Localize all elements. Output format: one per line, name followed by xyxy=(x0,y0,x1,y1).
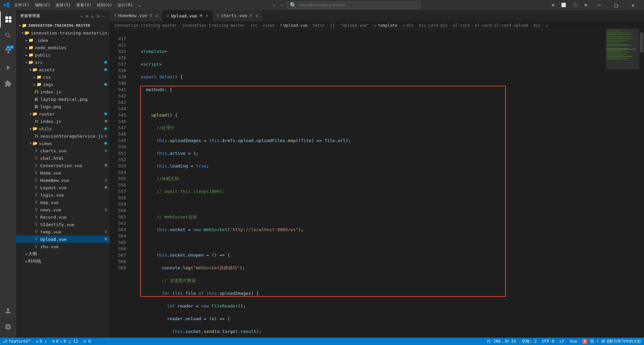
activity-search[interactable] xyxy=(0,27,16,44)
activity-source-control[interactable]: ⊙ 0 xyxy=(0,44,16,60)
bc-braces[interactable]: {} xyxy=(330,23,335,28)
bc-upload-name[interactable]: "Upload.vue" xyxy=(340,23,369,28)
status-sync[interactable]: ↺ 0 ↓ xyxy=(33,338,50,345)
menu-view[interactable]: 查看(V) xyxy=(74,2,94,9)
tree-item-conversation-vue[interactable]: V Conversation.vue M xyxy=(16,162,110,169)
menu-edit[interactable]: 编辑(E) xyxy=(33,2,52,9)
maximize-button[interactable]: □ xyxy=(608,0,624,10)
activity-explorer[interactable] xyxy=(0,11,16,27)
status-spaces[interactable]: 空格: 2 xyxy=(519,338,540,345)
bc-diamond1[interactable]: ◇ xyxy=(374,23,377,28)
tree-item-public[interactable]: ▶ 📁 public xyxy=(16,51,110,59)
activity-run[interactable] xyxy=(0,60,16,76)
tree-item-login-vue[interactable]: V login.vue xyxy=(16,191,110,199)
tree-item-node-modules[interactable]: ▶ 📁 node_modules xyxy=(16,44,110,51)
activity-settings[interactable] xyxy=(0,319,16,335)
tree-item-router-indexjs[interactable]: JS index.js M xyxy=(16,118,110,125)
collapse-icon[interactable]: ⊟ xyxy=(96,13,100,19)
split-icon[interactable]: ⬛ xyxy=(571,2,580,8)
tree-item-home-vue[interactable]: V Home.vue xyxy=(16,169,110,177)
tree-item-timeline[interactable]: ▶ 时间线 xyxy=(16,258,110,265)
menu-run[interactable]: 运行(R) xyxy=(115,2,135,9)
tree-item-record-vue[interactable]: V Record.vue xyxy=(16,213,110,221)
nav-back[interactable]: ← xyxy=(272,2,277,8)
bc-el-card-upload[interactable]: el-card.el-card-upload xyxy=(475,23,528,28)
menu-file[interactable]: 文件(F) xyxy=(12,2,32,9)
bc-root1[interactable]: innovation-training-master xyxy=(114,23,177,28)
minimize-button[interactable]: ─ xyxy=(592,0,607,10)
tree-item-src[interactable]: ▼ 📂 src xyxy=(16,59,110,66)
bc-template[interactable]: template xyxy=(378,23,397,28)
activity-extensions[interactable] xyxy=(0,76,16,92)
search-input[interactable] xyxy=(299,3,418,7)
tree-item-charts-vue[interactable]: V charts.vue U xyxy=(16,147,110,154)
tree-item-news-vue[interactable]: V news.vue U xyxy=(16,206,110,213)
tab-upload[interactable]: V Upload.vue M × xyxy=(163,10,213,21)
tab-close-homenew[interactable]: × xyxy=(155,13,158,18)
tab-close-upload[interactable]: × xyxy=(205,13,208,18)
tree-item-idea[interactable]: ▶ 📁 .idea xyxy=(16,37,110,44)
refresh-icon[interactable]: ↻ xyxy=(91,13,95,19)
tree-item-css[interactable]: ▶ 📁 css xyxy=(16,73,110,81)
tree-item-session-service[interactable]: JS sessionStorageService.js U xyxy=(16,132,110,140)
tree-item-imgs[interactable]: ▶ 📁 imgs xyxy=(16,81,110,88)
menu-select[interactable]: 选择(S) xyxy=(53,2,73,9)
bc-el-card[interactable]: el-card xyxy=(453,23,470,28)
tree-item-zhu-vue[interactable]: V zhu.vue xyxy=(16,243,110,250)
tree-item-layout-vue[interactable]: V Layout.vue M xyxy=(16,184,110,191)
tree-item-chat-html[interactable]: H chat.html xyxy=(16,154,110,162)
tree-item-outline[interactable]: ▶ 大纲 xyxy=(16,250,110,258)
menu-more[interactable]: … xyxy=(136,2,143,8)
tree-item-temp-vue[interactable]: V temp.vue U xyxy=(16,228,110,235)
code-area[interactable]: <template> <script> export default { met… xyxy=(130,29,606,338)
tree-item-map-vue[interactable]: V map.vue xyxy=(16,199,110,206)
tree-item-assets[interactable]: ▼ 📂 assets xyxy=(16,66,110,73)
new-folder-icon[interactable]: ⊕ xyxy=(85,13,89,19)
more-actions-icon[interactable]: ⋯ xyxy=(102,13,106,19)
tree-item-router[interactable]: ▼ 📂 router xyxy=(16,110,110,118)
right-scrollbar[interactable] xyxy=(639,29,644,338)
status-branch[interactable]: ⎇ feature2* xyxy=(0,338,33,345)
bc-vetur[interactable]: Vetur xyxy=(313,23,325,28)
grid-icon[interactable]: ⊞ xyxy=(583,2,589,8)
status-position[interactable]: 行 286，列 25 xyxy=(484,338,519,345)
tree-item-sidentify-vue[interactable]: V SIdentify.vue xyxy=(16,221,110,228)
tree-item-laptop-png[interactable]: 🖼 laptop-medical.png xyxy=(16,95,110,103)
tab-close-charts[interactable]: × xyxy=(255,13,258,18)
tree-item-upload-vue[interactable]: V Upload.vue M xyxy=(16,235,110,243)
tree-item-utils[interactable]: ▼ 📂 utils xyxy=(16,125,110,132)
status-line-ending[interactable]: LF xyxy=(557,338,567,345)
layout-icon[interactable]: ⬜ xyxy=(559,2,568,8)
close-button[interactable]: ✕ xyxy=(625,0,641,10)
bc-div-card[interactable]: div.card-div xyxy=(419,23,448,28)
bc-root2[interactable]: innovation-training-master xyxy=(182,23,245,28)
status-info-count[interactable]: ⊙ 0 xyxy=(81,338,94,345)
tab-homenew[interactable]: V HomeNew.vue U × xyxy=(110,10,163,21)
status-language[interactable]: Vue xyxy=(567,338,580,345)
scrollbar-thumb[interactable] xyxy=(640,32,643,53)
tree-item-homenew-vue[interactable]: V HomeNew.vue U xyxy=(16,177,110,184)
search-bar[interactable]: 🔍 xyxy=(287,1,421,9)
tree-project-root[interactable]: ▼ 📁 INNOVATION-TRAINING-MASTER xyxy=(16,22,110,29)
minimap[interactable] xyxy=(606,29,639,338)
tree-item-root-folder[interactable]: ▼ 📂 innovation-training-master\in... xyxy=(16,29,110,37)
tree-item-logo-png[interactable]: 🖼 logo.png xyxy=(16,103,110,110)
bc-div2[interactable]: div xyxy=(533,23,541,28)
tree-item-assets-indexjs[interactable]: JS index.js xyxy=(16,88,110,95)
status-errors[interactable]: ⊗ 0 ⚠ 0 △ 11 xyxy=(50,338,81,345)
menu-goto[interactable]: 转到(G) xyxy=(95,2,114,9)
remote-icon[interactable]: ⊞ xyxy=(550,2,556,8)
new-file-icon[interactable]: + xyxy=(79,13,84,19)
bc-diamond2[interactable]: ◇ xyxy=(402,23,405,28)
bc-diamond3[interactable]: ◇ xyxy=(546,23,548,28)
tab-charts[interactable]: V charts.vue U × xyxy=(213,10,263,21)
activity-account[interactable] xyxy=(0,303,16,319)
bc-src[interactable]: src xyxy=(250,23,258,28)
bc-upload-vue[interactable]: Upload.vue xyxy=(283,23,308,28)
nav-forward[interactable]: → xyxy=(278,2,284,8)
status-encoding[interactable]: UTF-8 xyxy=(539,338,557,345)
bc-views[interactable]: views xyxy=(263,23,275,28)
tree-item-views[interactable]: ▼ 📂 views xyxy=(16,140,110,147)
bc-div[interactable]: div xyxy=(406,23,414,28)
status-csdn[interactable]: S 英 • 烬 @努力学习中的大彭 xyxy=(580,338,644,345)
